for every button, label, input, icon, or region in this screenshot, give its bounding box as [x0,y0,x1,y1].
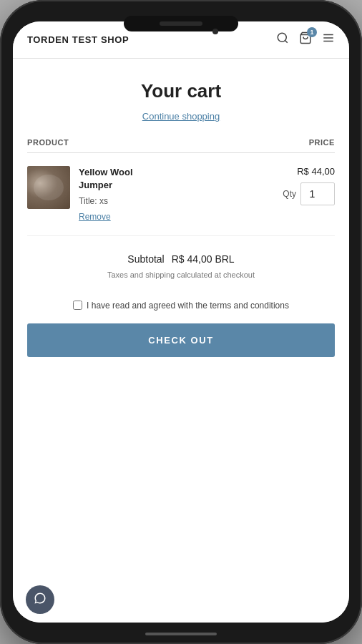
cart-header-row: PRODUCT PRICE [27,132,335,153]
home-indicator [145,633,217,635]
subtotal-label: Subtotal [127,253,164,265]
page-title: Your cart [27,80,335,102]
phone-screen: TORDEN TEST SHOP 1 [13,21,349,623]
qty-row: Qty [283,182,335,205]
cart-summary: Subtotal R$ 44,00 BRL Taxes and shipping… [13,236,349,299]
taxes-note: Taxes and shipping calculated at checkou… [27,270,335,279]
header-icons: 1 [276,31,335,48]
cart-item-right: R$ 44,00 Qty [283,166,335,205]
product-name: Yellow Wool Jumper [79,166,133,192]
terms-row: I have read and agreed with the terms an… [13,299,349,323]
svg-point-0 [278,33,286,42]
qty-label: Qty [283,189,296,199]
subtotal-value: R$ 44,00 BRL [172,253,235,265]
checkout-button[interactable]: CHECK OUT [27,323,335,357]
cart-badge: 1 [307,27,317,37]
col-header-product: PRODUCT [27,138,69,147]
cart-item-left: Yellow Wool Jumper Title: xs Remove [27,166,133,223]
product-thumb-image [27,166,70,209]
col-header-price: PRICE [309,138,335,147]
product-thumbnail [27,166,70,209]
page-title-section: Your cart Continue shopping [13,59,349,132]
terms-checkbox[interactable] [73,301,82,310]
menu-icon[interactable] [322,31,335,48]
checkout-section: CHECK OUT [13,323,349,374]
chat-icon [34,592,47,608]
item-price: R$ 44,00 [297,166,335,177]
cart-table: PRODUCT PRICE Yellow Wool Jumper [13,132,349,236]
svg-line-1 [285,40,287,42]
remove-button[interactable]: Remove [79,212,111,222]
phone-camera [212,29,218,34]
cart-item-details: Yellow Wool Jumper Title: xs Remove [79,166,133,223]
phone-speaker [160,21,202,26]
cart-icon[interactable]: 1 [299,31,312,48]
cart-item-row: Yellow Wool Jumper Title: xs Remove R$ 4… [27,153,335,236]
page-content: Your cart Continue shopping PRODUCT PRIC… [13,59,349,623]
continue-shopping-button[interactable]: Continue shopping [142,111,220,122]
phone-top-bar [124,16,238,31]
chat-fab[interactable] [26,585,54,614]
subtotal-row: Subtotal R$ 44,00 BRL [27,253,335,265]
store-logo: TORDEN TEST SHOP [27,34,129,45]
product-variant: Title: xs [79,196,133,206]
phone-shell: TORDEN TEST SHOP 1 [0,0,362,644]
qty-input[interactable] [300,182,335,205]
terms-text: I have read and agreed with the terms an… [87,299,289,312]
search-icon[interactable] [276,31,289,48]
